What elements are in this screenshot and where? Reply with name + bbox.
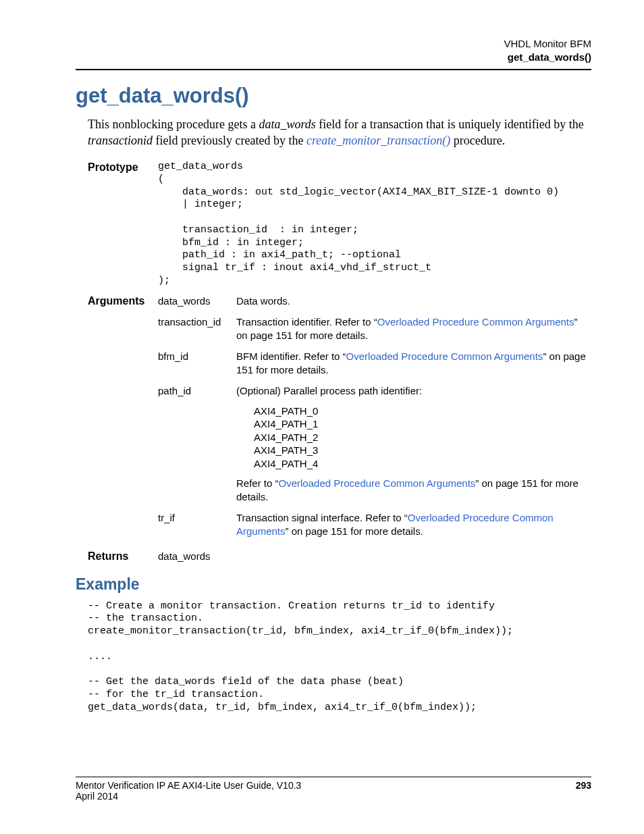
returns-label: Returns [88, 550, 158, 563]
argument-row: bfm_id BFM identifier. Refer to “Overloa… [158, 350, 591, 376]
returns-section: Returns data_words [88, 550, 591, 563]
page-footer: Mentor Verification IP AE AXI4-Lite User… [76, 777, 591, 802]
header-rule [76, 69, 591, 70]
argument-desc: Transaction signal interface. Refer to “… [236, 511, 591, 538]
prototype-label: Prototype [88, 161, 158, 174]
example-heading: Example [76, 575, 591, 594]
intro-text: This nonblocking procedure gets a [88, 118, 259, 131]
arguments-label: Arguments [88, 294, 158, 307]
footer-page-number: 293 [576, 780, 591, 791]
argument-desc: Data words. [236, 294, 591, 308]
argument-row: transaction_id Transaction identifier. R… [158, 315, 591, 342]
footer-guide: Mentor Verification IP AE AXI4-Lite User… [76, 780, 301, 791]
argument-name: data_words [158, 294, 236, 308]
header-section: VHDL Monitor BFM [76, 37, 591, 51]
example-code: -- Create a monitor transaction. Creatio… [88, 600, 591, 714]
create-monitor-transaction-link[interactable]: create_monitor_transaction() [306, 134, 450, 147]
intro-term: transactionid [88, 134, 153, 147]
intro-text: procedure. [450, 134, 505, 147]
argument-desc: BFM identifier. Refer to “Overloaded Pro… [236, 350, 591, 376]
argument-name: transaction_id [158, 315, 236, 329]
argument-row: path_id (Optional) Parallel process path… [158, 384, 591, 503]
page-title: get_data_words() [76, 84, 591, 108]
intro-paragraph: This nonblocking procedure gets a data_w… [88, 116, 591, 149]
overloaded-args-link[interactable]: Overloaded Procedure Common Arguments [279, 477, 476, 489]
argument-desc: (Optional) Parallel process path identif… [236, 384, 591, 503]
argument-row: data_words Data words. [158, 294, 591, 308]
argument-row: tr_if Transaction signal interface. Refe… [158, 511, 591, 538]
footer-rule [76, 777, 591, 777]
path-id-ref: Refer to “Overloaded Procedure Common Ar… [236, 477, 591, 503]
overloaded-args-link[interactable]: Overloaded Procedure Common Arguments [346, 350, 543, 362]
footer-date: April 2014 [76, 791, 591, 802]
intro-text: field previously created by the [153, 134, 306, 147]
path-id-list: AXI4_PATH_0 AXI4_PATH_1 AXI4_PATH_2 AXI4… [254, 405, 591, 471]
prototype-code: get_data_words ( data_words: out std_log… [158, 161, 591, 288]
returns-value: data_words [158, 550, 236, 563]
argument-name: tr_if [158, 511, 236, 525]
argument-name: path_id [158, 384, 236, 398]
argument-desc: Transaction identifier. Refer to “Overlo… [236, 315, 591, 342]
arguments-section: Arguments data_words Data words. transac… [88, 294, 591, 546]
overloaded-args-link[interactable]: Overloaded Procedure Common Arguments [377, 316, 574, 328]
page-header: VHDL Monitor BFM get_data_words() [76, 37, 591, 65]
intro-text: field for a transaction that is uniquely… [316, 118, 584, 131]
intro-term: data_words [259, 118, 315, 131]
prototype-section: Prototype get_data_words ( data_words: o… [88, 161, 591, 288]
header-topic: get_data_words() [76, 51, 591, 64]
argument-name: bfm_id [158, 350, 236, 363]
